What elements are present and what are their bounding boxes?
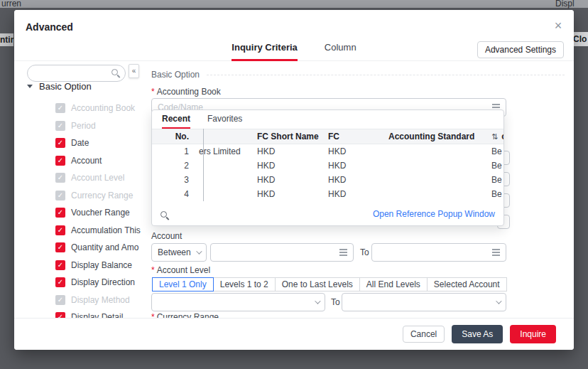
- column-settings-icon[interactable]: ⇅: [491, 132, 498, 141]
- advanced-dialog: Advanced × Inquiry Criteria Column Advan…: [14, 10, 574, 350]
- col-header-accounting-standard[interactable]: Accounting Standard: [388, 132, 484, 141]
- backdrop-text-fragment: urren: [1, 0, 21, 9]
- currency-range-label: *Currency Range: [151, 312, 219, 318]
- dialog-title: Advanced: [26, 21, 73, 33]
- tree-node-label: Basic Option: [39, 81, 92, 92]
- sidebar-item-display-method[interactable]: Display Method: [14, 292, 151, 309]
- segment-levels-1-to-2[interactable]: Levels 1 to 2: [213, 277, 276, 292]
- dropdown-grid-header: No. FC Short Name FC Accounting Standard…: [152, 129, 503, 144]
- reference-list-icon: [492, 252, 500, 253]
- tab-inquiry-criteria[interactable]: Inquiry Criteria: [232, 42, 297, 61]
- col-header-no[interactable]: No.: [152, 132, 195, 141]
- dropdown-tabs: Recent Favorites: [152, 110, 503, 129]
- checkbox-checked-icon[interactable]: [55, 138, 65, 148]
- backdrop-text-fragment: Clo: [573, 32, 588, 46]
- dialog-header: Advanced × Inquiry Criteria Column Advan…: [14, 10, 574, 61]
- col-header-fc[interactable]: FC: [328, 132, 388, 141]
- reference-list-icon: [492, 107, 500, 108]
- tab-column[interactable]: Column: [325, 42, 356, 61]
- sidebar-item-account-level[interactable]: Account Level: [14, 169, 151, 187]
- checkbox-checked-icon[interactable]: [55, 312, 65, 318]
- account-to-input[interactable]: [371, 243, 506, 262]
- inquire-button[interactable]: Inquire: [510, 325, 556, 343]
- checkbox-checked-icon[interactable]: [55, 277, 65, 287]
- sidebar-item-display-detail[interactable]: Display Detail: [14, 309, 151, 318]
- required-mark: *: [151, 87, 155, 97]
- account-level-to-label: To: [331, 297, 340, 307]
- checkbox-checked-icon[interactable]: [55, 295, 65, 305]
- dialog-footer: Cancel Save As Inquire: [14, 318, 574, 350]
- caret-down-icon: [27, 85, 33, 88]
- open-reference-popup-link[interactable]: Open Reference Popup Window: [373, 209, 495, 219]
- segment-level-1-only[interactable]: Level 1 Only: [152, 277, 214, 292]
- sidebar-item-period[interactable]: Period: [14, 117, 151, 135]
- search-icon: [111, 69, 118, 75]
- account-from-input[interactable]: [210, 243, 354, 262]
- chevron-down-icon: [196, 248, 202, 254]
- required-mark: *: [151, 312, 155, 318]
- tree-node-basic-option[interactable]: Basic Option: [27, 81, 92, 92]
- sidebar-item-accumulation-this[interactable]: Accumulation This: [14, 222, 151, 240]
- checkbox-checked-icon[interactable]: [55, 225, 65, 235]
- backdrop-top-strip: urren Displ: [0, 0, 588, 8]
- sidebar-search-input[interactable]: [27, 65, 126, 82]
- chevron-down-icon: [315, 298, 320, 304]
- table-row[interactable]: 2 HKD HKD Be: [152, 159, 503, 173]
- checkbox-checked-icon[interactable]: [55, 156, 65, 166]
- frozen-column-divider: [203, 129, 204, 201]
- table-row[interactable]: 1 ers Limited HKD HKD Be: [152, 144, 503, 159]
- account-level-label: *Account Level: [151, 265, 210, 275]
- chevron-down-icon: [496, 298, 501, 304]
- segment-all-end-levels[interactable]: All End Levels: [359, 277, 428, 292]
- account-operator-select[interactable]: Between: [151, 243, 207, 262]
- sidebar-item-display-direction[interactable]: Display Direction: [14, 274, 151, 292]
- required-mark: *: [151, 265, 155, 275]
- table-row[interactable]: 4 HKD HKD Be: [152, 187, 503, 201]
- clipped-next-field: *Currency Range: [151, 312, 219, 318]
- sidebar-item-currency-range[interactable]: Currency Range: [14, 187, 151, 205]
- account-level-from-select[interactable]: [151, 293, 325, 311]
- account-level-to-select[interactable]: [342, 293, 506, 311]
- cancel-button[interactable]: Cancel: [403, 326, 445, 343]
- account-level-segments: Level 1 Only Levels 1 to 2 One to Last L…: [152, 277, 507, 292]
- backdrop-text-fragment: ntin: [0, 33, 13, 46]
- dropdown-footer: Open Reference Popup Window: [152, 209, 503, 225]
- account-to-label: To: [360, 247, 369, 257]
- checkbox-checked-icon[interactable]: [55, 173, 65, 183]
- zoom-icon[interactable]: [160, 211, 167, 218]
- col-header-clipped: ⇅ c: [484, 132, 503, 141]
- sidebar-item-voucher-range[interactable]: Voucher Range: [14, 204, 151, 222]
- table-row[interactable]: 3 HKD HKD Be: [152, 173, 503, 187]
- section-title: Basic Option: [151, 70, 200, 80]
- section-divider: [207, 75, 565, 75]
- checkbox-checked-icon[interactable]: [55, 121, 65, 131]
- accounting-book-dropdown: Recent Favorites No. FC Short Name FC Ac…: [151, 109, 504, 226]
- sidebar-option-list: Accounting Book Period Date Account Acco…: [14, 100, 151, 318]
- sidebar-item-accounting-book[interactable]: Accounting Book: [14, 100, 151, 117]
- reference-list-icon: [339, 252, 347, 253]
- tab-favorites[interactable]: Favorites: [207, 110, 242, 129]
- checkbox-checked-icon[interactable]: [55, 260, 65, 270]
- checkbox-checked-icon[interactable]: [55, 208, 65, 218]
- backdrop-text-fragment: Displ: [555, 0, 575, 9]
- checkbox-checked-icon[interactable]: [55, 242, 65, 252]
- segment-one-to-last-levels[interactable]: One to Last Levels: [275, 277, 360, 292]
- col-header-fc-short-name[interactable]: FC Short Name: [257, 132, 328, 141]
- segment-selected-account[interactable]: Selected Account: [427, 277, 507, 292]
- close-icon[interactable]: ×: [550, 17, 567, 34]
- tab-recent[interactable]: Recent: [162, 110, 190, 129]
- checkbox-checked-icon[interactable]: [55, 191, 65, 200]
- section-basic-option: Basic Option: [151, 70, 565, 80]
- sidebar-item-date[interactable]: Date: [14, 134, 151, 152]
- sidebar-collapse-button[interactable]: «: [129, 64, 139, 78]
- account-label: Account: [151, 231, 182, 241]
- accounting-book-label: *Accounting Book: [151, 87, 221, 97]
- sidebar-item-display-balance[interactable]: Display Balance: [14, 257, 151, 274]
- save-as-button[interactable]: Save As: [452, 325, 503, 343]
- sidebar-item-account[interactable]: Account: [14, 152, 151, 170]
- dropdown-grid-rows: 1 ers Limited HKD HKD Be 2 HKD HKD Be 3 …: [152, 144, 503, 201]
- sidebar-item-quantity-and-amount[interactable]: Quantity and Amo: [14, 239, 151, 257]
- advanced-settings-button[interactable]: Advanced Settings: [477, 41, 564, 58]
- checkbox-checked-icon[interactable]: [55, 103, 65, 113]
